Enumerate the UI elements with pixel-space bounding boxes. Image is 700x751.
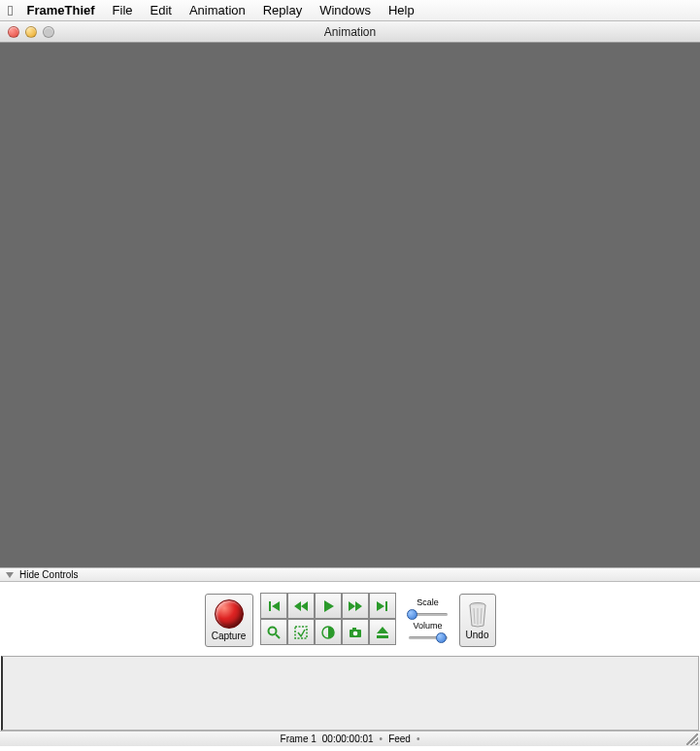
menu-animation[interactable]: Animation [189, 3, 246, 17]
camera-button[interactable] [342, 619, 369, 645]
svg-point-6 [352, 631, 357, 635]
menu-replay[interactable]: Replay [263, 3, 302, 17]
scale-slider[interactable] [407, 608, 450, 620]
menu-bar:  FrameThief File Edit Animation Replay … [0, 0, 700, 21]
svg-rect-5 [352, 628, 356, 631]
apple-menu-icon[interactable]:  [8, 2, 13, 18]
svg-point-0 [268, 627, 276, 634]
status-separator: • [380, 734, 383, 744]
capture-record-icon [215, 599, 244, 629]
scale-slider-thumb[interactable] [407, 609, 417, 620]
menu-app[interactable]: FrameThief [26, 3, 94, 17]
disclosure-triangle-icon [6, 572, 14, 578]
transport-toolbar [261, 594, 397, 646]
camera-icon [348, 625, 363, 640]
menu-edit[interactable]: Edit [150, 3, 172, 17]
status-separator-2: • [417, 734, 420, 744]
onion-skin-button[interactable] [315, 619, 342, 645]
menu-help[interactable]: Help [388, 3, 415, 17]
menu-file[interactable]: File [113, 3, 133, 17]
preview-canvas [0, 43, 700, 567]
undo-label: Undo [466, 630, 489, 640]
hide-controls-toggle[interactable]: Hide Controls [0, 567, 700, 582]
status-frame: Frame 1 [281, 734, 317, 744]
marquee-button[interactable] [287, 619, 315, 645]
window-titlebar: Animation [0, 21, 700, 43]
play-button[interactable] [315, 593, 342, 619]
fast-forward-button[interactable] [342, 593, 369, 619]
controls-panel: Capture Scal [0, 582, 700, 654]
svg-line-1 [276, 634, 280, 638]
trash-icon [467, 600, 488, 628]
window-title: Animation [0, 25, 700, 39]
last-frame-button[interactable] [369, 593, 396, 619]
undo-button[interactable]: Undo [459, 594, 496, 647]
rewind-button[interactable] [287, 593, 315, 619]
menu-windows[interactable]: Windows [319, 3, 371, 17]
status-bar: Frame 1 00:00:00:01 • Feed • [0, 731, 700, 746]
scale-label: Scale [417, 597, 439, 607]
onion-icon [320, 625, 336, 640]
volume-slider[interactable] [407, 632, 450, 643]
rewind-icon [293, 598, 309, 614]
capture-button[interactable]: Capture [205, 594, 253, 647]
play-icon [320, 598, 336, 614]
first-frame-button[interactable] [260, 593, 287, 619]
marquee-icon [293, 625, 309, 640]
capture-label: Capture [212, 631, 247, 641]
volume-label: Volume [413, 621, 442, 631]
volume-slider-thumb[interactable] [436, 632, 447, 643]
resize-grip-icon[interactable] [686, 734, 698, 745]
zoom-icon [266, 625, 282, 640]
last-icon [375, 598, 390, 614]
eject-icon [375, 625, 390, 640]
first-icon [266, 598, 282, 614]
zoom-button[interactable] [260, 619, 287, 645]
slider-group: Scale Volume [405, 597, 451, 643]
timeline-strip[interactable] [1, 656, 699, 731]
status-feed: Feed [388, 734, 411, 744]
ffwd-icon [348, 598, 363, 614]
hide-controls-label: Hide Controls [19, 569, 79, 580]
eject-button[interactable] [369, 619, 396, 645]
status-timecode: 00:00:00:01 [322, 734, 374, 744]
